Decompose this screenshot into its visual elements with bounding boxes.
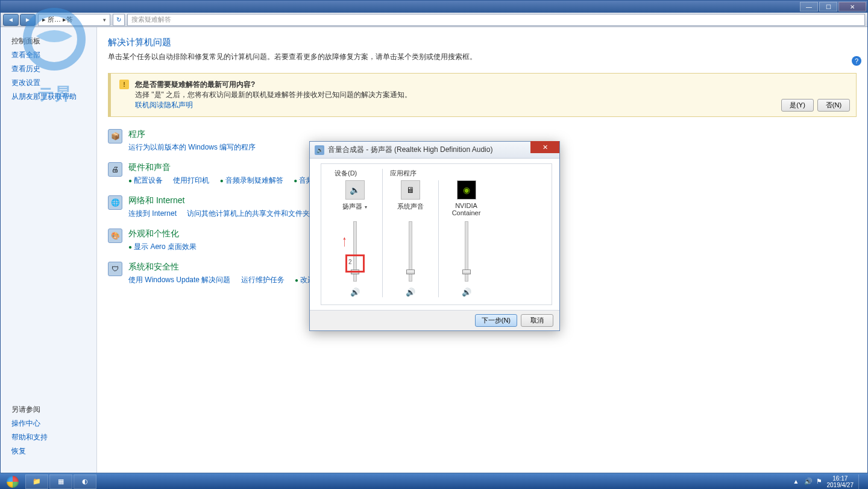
page-title: 解决计算机问题 [108, 37, 857, 48]
sidebar-head[interactable]: 控制面板 [1, 34, 96, 48]
window-close-button[interactable]: ✕ [838, 2, 866, 11]
window-titlebar: — ☐ ✕ [1, 1, 867, 13]
show-desktop-button[interactable] [858, 475, 864, 489]
device-slider-thumb[interactable] [351, 270, 359, 274]
clock-time: 16:17 [827, 475, 854, 482]
notice-heading: 您是否需要疑难解答的最新可用内容? [135, 80, 255, 89]
app-nvidia-container: ◉ NVIDIA Container 🔊 [438, 180, 494, 297]
security-icon: 🛡 [108, 262, 122, 276]
clock-date: 2019/4/27 [827, 482, 854, 488]
device-volume-slider[interactable] [353, 221, 357, 282]
notice-yes-button[interactable]: 是(Y) [781, 99, 814, 112]
update-notice: ! 您是否需要疑难解答的最新可用内容? 选择 "是" 之后，您将有权访问最新的联… [108, 73, 857, 117]
taskbar: 📁 ▦ ◐ ▲ 🔊 ⚑ 16:17 2019/4/27 [0, 473, 868, 489]
sidebar-link-view-history[interactable]: 查看历史 [1, 62, 96, 76]
link-shared-files[interactable]: 访问其他计算机上的共享文件和文件夹 [187, 209, 310, 218]
link-compat[interactable]: 运行为以前版本的 Windows 编写的程序 [128, 143, 256, 151]
notice-body: 选择 "是" 之后，您将有权访问最新的联机疑难解答并接收对已知问题的解决方案通知… [135, 90, 412, 99]
link-windows-update[interactable]: 使用 Windows Update 解决问题 [128, 276, 230, 284]
system-tray: ▲ 🔊 ⚑ 16:17 2019/4/27 [793, 475, 868, 489]
appearance-icon: 🎨 [108, 229, 122, 243]
nvidia-icon[interactable]: ◉ [457, 180, 476, 200]
tray-flag-icon[interactable]: ⚑ [816, 478, 822, 485]
apps-section: 应用程序 🖥 系统声音 🔊 ◉ NVIDIA Container [383, 169, 546, 297]
sidebar-see-also-head: 另请参阅 [1, 403, 96, 417]
device-mute-button[interactable]: 🔊 [350, 288, 360, 297]
nav-back-button[interactable]: ◄ [3, 14, 19, 26]
sidebar-link-change-settings[interactable]: 更改设置 [1, 76, 96, 90]
speaker-icon: 🔊 [315, 145, 324, 155]
system-sounds-mute-button[interactable]: 🔊 [406, 288, 415, 297]
help-icon[interactable]: ? [852, 56, 861, 66]
notice-no-button[interactable]: 否(N) [817, 99, 850, 112]
nvidia-slider[interactable] [465, 221, 468, 282]
hardware-icon: 🖨 [108, 162, 122, 177]
breadcrumb[interactable]: ▸ 所… ▸ 答▾ [38, 14, 110, 26]
app-system-sounds-name[interactable]: 系统声音 [390, 202, 431, 218]
category-programs-title[interactable]: 程序 [128, 129, 264, 140]
sidebar-link-recovery[interactable]: 恢复 [1, 444, 96, 458]
taskbar-item-explorer[interactable]: 📁 [25, 475, 48, 489]
mixer-cancel-button[interactable]: 取消 [521, 314, 553, 327]
link-use-printer[interactable]: 使用打印机 [173, 176, 209, 185]
category-appearance-title[interactable]: 外观和个性化 [128, 229, 205, 239]
volume-mixer-dialog: 🔊 音量合成器 - 扬声器 (Realtek High Definition A… [309, 141, 560, 331]
tray-chevron-icon[interactable]: ▲ [793, 478, 799, 485]
sidebar-link-action-center[interactable]: 操作中心 [1, 417, 96, 431]
mixer-next-button[interactable]: 下一步(N) [475, 314, 517, 327]
sidebar-link-help-support[interactable]: 帮助和支持 [1, 431, 96, 444]
search-input[interactable]: 搜索疑难解答 [127, 14, 865, 26]
category-network-title[interactable]: 网络和 Internet [128, 195, 318, 206]
sidebar: 控制面板 查看全部 查看历史 更改设置 从朋友那里获取帮助 另请参阅 操作中心 … [1, 27, 97, 473]
nav-forward-button[interactable]: ► [20, 14, 36, 26]
app-system-sounds: 🖥 系统声音 🔊 [383, 180, 438, 297]
nvidia-thumb[interactable] [462, 270, 471, 274]
device-speaker-icon[interactable]: 🔈 [345, 180, 365, 200]
mixer-close-button[interactable]: ✕ [530, 141, 559, 153]
link-connect-internet[interactable]: 连接到 Internet [128, 209, 177, 218]
device-column: 设备(D) 🔈 扬声器▾ 🔊 [327, 169, 383, 297]
start-button[interactable] [1, 475, 24, 489]
page-subtitle: 单击某个任务以自动排除和修复常见的计算机问题。若要查看更多的故障修复方案，请单击… [108, 52, 857, 62]
taskbar-item-app3[interactable]: ◐ [74, 475, 96, 489]
app-header: 应用程序 [383, 169, 546, 178]
network-icon: 🌐 [108, 195, 122, 210]
programs-icon: 📦 [108, 129, 122, 144]
tray-volume-icon[interactable]: 🔊 [804, 478, 813, 485]
mixer-footer: 下一步(N) 取消 [310, 310, 559, 330]
app-nvidia-name[interactable]: NVIDIA Container [446, 202, 486, 218]
system-sounds-icon[interactable]: 🖥 [401, 180, 420, 200]
notice-privacy-link[interactable]: 联机阅读隐私声明 [135, 101, 193, 109]
sidebar-link-view-all[interactable]: 查看全部 [1, 48, 96, 62]
sidebar-link-friend-help[interactable]: 从朋友那里获取帮助 [1, 90, 96, 104]
taskbar-item-app2[interactable]: ▦ [49, 475, 72, 489]
device-dropdown-icon[interactable]: ▾ [365, 204, 367, 210]
device-name[interactable]: 扬声器 [342, 203, 362, 210]
nvidia-mute-button[interactable]: 🔊 [462, 288, 471, 297]
link-aero[interactable]: 显示 Aero 桌面效果 [134, 242, 197, 251]
link-maintenance[interactable]: 运行维护任务 [241, 276, 285, 284]
warning-icon: ! [119, 80, 129, 89]
system-sounds-slider[interactable] [409, 221, 412, 282]
link-config-device[interactable]: 配置设备 [134, 176, 163, 185]
mixer-titlebar[interactable]: 🔊 音量合成器 - 扬声器 (Realtek High Definition A… [310, 142, 559, 159]
device-header: 设备(D) [335, 169, 375, 178]
taskbar-clock[interactable]: 16:17 2019/4/27 [827, 475, 854, 488]
refresh-button[interactable]: ↻ [113, 14, 125, 26]
mixer-title-text: 音量合成器 - 扬声器 (Realtek High Definition Aud… [328, 145, 492, 155]
link-audio-record[interactable]: 音频录制疑难解答 [225, 176, 283, 185]
window-minimize-button[interactable]: — [800, 2, 818, 11]
system-sounds-thumb[interactable] [406, 270, 415, 274]
address-bar: ◄ ► ▸ 所… ▸ 答▾ ↻ 搜索疑难解答 [1, 13, 867, 27]
window-maximize-button[interactable]: ☐ [819, 2, 837, 11]
